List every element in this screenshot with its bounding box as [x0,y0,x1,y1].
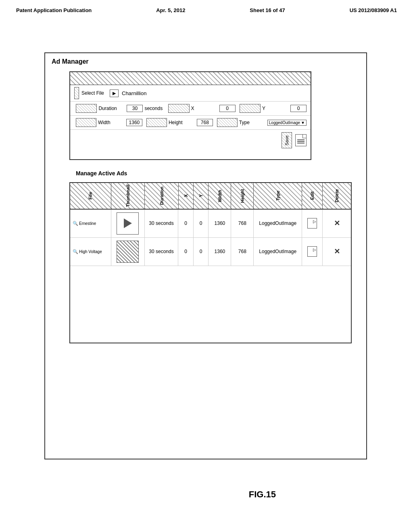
th-delete: Delete [323,183,351,209]
th-x: X [179,183,194,209]
duration-row: Duration 30 seconds X 0 Y 0 [70,102,311,116]
th-duration: Duration [145,183,178,209]
th-thumbnail: Thumbnail [111,183,145,209]
save-button[interactable]: Save [282,132,292,148]
save-row: Save [70,130,311,151]
file-dropdown-arrow[interactable]: ▶ [110,89,119,97]
row1-edit[interactable] [302,210,323,237]
upper-form-panel: Select File ▶ Charnillion Duration 30 se… [69,71,311,160]
x-value[interactable]: 0 [219,105,236,112]
page-header: Patent Application Publication Apr. 5, 2… [0,0,413,17]
row2-filename: 🔍High Voltage [73,249,102,254]
manage-section-title: Manage Active Ads [76,170,127,177]
figure-label: FIG.15 [249,489,276,500]
edit-icon[interactable] [307,218,317,229]
type-value: LoggedOutImage [269,121,300,125]
filename-value: Charnillion [122,90,146,96]
ad-manager-title: Ad Manager [52,58,89,65]
height-value[interactable]: 768 [197,119,213,126]
search-icon-small-2: 🔍 [73,249,78,254]
row2-file: 🔍High Voltage [70,238,111,266]
row2-width: 1360 [209,238,231,266]
publication-label: Patent Application Publication [16,7,92,13]
y-value[interactable]: 0 [290,105,307,112]
row1-type: LoggedOutImage [254,210,302,237]
row1-x: 0 [178,210,194,237]
row1-width: 1360 [209,210,231,237]
duration-value[interactable]: 30 [127,105,143,112]
th-file: File [70,183,111,209]
height-hatch [146,118,167,127]
th-y: Y [194,183,209,209]
x-label: X [191,106,219,111]
outer-box: Ad Manager Select File ▶ Charnillion Dur… [44,52,367,459]
doc-icon[interactable] [295,134,307,146]
select-file-hatch [74,87,79,99]
x-hatch [168,104,189,113]
row1-duration: 30 seconds [145,210,178,237]
type-label: Type [239,120,267,125]
row1-y: 0 [194,210,209,237]
delete-button[interactable]: ✕ [334,219,340,228]
y-label: Y [262,106,290,111]
delete-button-2[interactable]: ✕ [334,247,340,256]
row1-file: 🔍Ernestine [70,210,111,237]
row1-thumbnail [111,210,145,237]
row1-filename: 🔍Ernestine [73,221,96,226]
edit-icon-2[interactable] [307,246,317,257]
row2-edit[interactable] [302,238,323,266]
type-dropdown[interactable]: LoggedOutImage ▼ [267,120,307,126]
width-label: Width [98,120,126,125]
duration-hatch [76,104,97,113]
sheet-label: Sheet 16 of 47 [250,7,285,13]
th-height: Height [231,183,254,209]
table-row: 🔍High Voltage 30 seconds 0 0 1360 [70,238,351,266]
table-row: 🔍Ernestine 30 seconds 0 0 [70,210,351,238]
table-header: File Thumbnail Duration X Y Width Height… [70,183,351,210]
date-label: Apr. 5, 2012 [156,7,185,13]
row1-delete[interactable]: ✕ [323,210,351,237]
row2-type: LoggedOutImage [254,238,302,266]
select-file-label: Select File [81,90,110,96]
th-edit: Edit [302,183,323,209]
patent-number-label: US 2012/083909 A1 [350,7,397,13]
width-hatch [76,118,96,127]
row2-thumbnail [111,238,145,266]
width-value[interactable]: 1360 [126,119,142,126]
search-icon-small: 🔍 [73,221,78,226]
row2-thumb-hatch [117,241,139,263]
th-width: Width [209,183,231,209]
row2-height: 768 [231,238,254,266]
row2-x: 0 [178,238,194,266]
form-header-hatch [70,72,311,85]
duration-units: seconds [144,106,163,111]
row2-duration: 30 seconds [145,238,178,266]
lower-table-panel: File Thumbnail Duration X Y Width Height… [69,182,352,343]
duration-label: Duration [98,106,127,111]
type-hatch [217,118,238,127]
th-type: Type [254,183,302,209]
height-label: Height [169,120,197,125]
select-file-row: Select File ▶ Charnillion [70,85,311,102]
row2-delete[interactable]: ✕ [323,238,351,266]
width-height-type-row: Width 1360 Height 768 Type LoggedOutImag… [70,116,311,130]
play-icon [124,218,132,228]
type-dropdown-arrow: ▼ [301,121,305,125]
row1-height: 768 [231,210,254,237]
y-hatch [240,104,261,113]
row1-thumb-box [117,212,139,235]
row2-y: 0 [194,238,209,266]
